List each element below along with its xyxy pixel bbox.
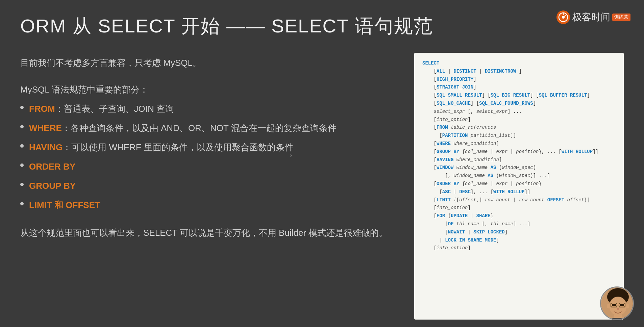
svg-point-9 bbox=[626, 304, 629, 308]
code-box: SELECT [ALL | DISTINCT | DISTINCTROW ] [… bbox=[414, 53, 624, 320]
svg-point-8 bbox=[607, 304, 610, 308]
svg-rect-16 bbox=[614, 315, 622, 320]
list-item: LIMIT 和 OFFSET bbox=[20, 199, 394, 212]
bullet-dot bbox=[20, 202, 24, 205]
code-line: [OF tbl_name [, tbl_name] ...] bbox=[422, 220, 616, 228]
bullet-keyword: FROM bbox=[29, 104, 55, 114]
bullet-text: WHERE：各种查询条件，以及由 AND、OR、NOT 混合在一起的复杂查询条件 bbox=[29, 122, 337, 135]
bullet-list: FROM：普通表、子查询、JOIN 查询 WHERE：各种查询条件，以及由 AN… bbox=[20, 102, 394, 212]
cursor-indicator: › bbox=[290, 152, 292, 159]
code-line: [SQL_SMALL_RESULT] [SQL_BIG_RESULT] [SQL… bbox=[422, 92, 616, 100]
avatar bbox=[600, 286, 634, 320]
code-line: [PARTITION partition_list]] bbox=[422, 132, 616, 140]
conclusion-text: 从这个规范里面也可以看出来，SELECT 可以说是千变万化，不用 Builder… bbox=[20, 225, 394, 240]
bullet-dot bbox=[20, 106, 24, 109]
bullet-dot bbox=[20, 144, 24, 148]
code-line: [FOR {UPDATE | SHARE} bbox=[422, 212, 616, 220]
title-area: ORM 从 SELECT 开始 —— SELECT 语句规范 bbox=[20, 14, 624, 39]
section-title: MySQL 语法规范中重要的部分： bbox=[20, 84, 394, 96]
list-item: ORDER BY bbox=[20, 160, 394, 173]
avatar-image bbox=[601, 287, 634, 320]
bullet-text: ORDER BY bbox=[29, 160, 75, 173]
code-select-keyword: SELECT bbox=[422, 59, 616, 68]
bullet-keyword: ORDER BY bbox=[29, 161, 75, 172]
code-line: [ALL | DISTINCT | DISTINCTROW ] bbox=[422, 68, 616, 76]
code-line: select_expr [, select_expr] ... bbox=[422, 108, 616, 116]
list-item: FROM：普通表、子查询、JOIN 查询 bbox=[20, 102, 394, 116]
list-item: HAVING：可以使用 WHERE 里面的条件，以及使用聚合函数的条件 bbox=[20, 141, 394, 154]
slide-container: ORM 从 SELECT 开始 —— SELECT 语句规范 极客时间 训练营 … bbox=[0, 0, 644, 327]
code-line: [STRAIGHT_JOIN] bbox=[422, 83, 616, 92]
code-line: [NOWAIT | SKIP LOCKED] bbox=[422, 228, 616, 236]
logo-badge: 训练营 bbox=[612, 14, 630, 21]
code-line: [WINDOW window_name AS (window_spec) bbox=[422, 164, 616, 172]
bullet-keyword: GROUP BY bbox=[29, 181, 76, 191]
code-line: [WHERE where_condition] bbox=[422, 140, 616, 148]
intro-text: 目前我们不考虑多方言兼容，只考虑 MySQL。 bbox=[20, 56, 394, 70]
right-content: SELECT [ALL | DISTINCT | DISTINCTROW ] [… bbox=[414, 53, 624, 309]
code-line: [ORDER BY {col_name | expr | position} bbox=[422, 180, 616, 188]
bullet-keyword: WHERE bbox=[29, 123, 62, 133]
logo-area: 极客时间 训练营 bbox=[556, 10, 630, 24]
bullet-text: GROUP BY bbox=[29, 179, 76, 193]
code-line: [HAVING where_condition] bbox=[422, 156, 616, 164]
svg-point-15 bbox=[617, 308, 619, 310]
code-line: [into_option] bbox=[422, 116, 616, 124]
svg-rect-10 bbox=[612, 304, 616, 306]
code-line: [GROUP BY {col_name | expr | position}, … bbox=[422, 148, 616, 156]
content-area: 目前我们不考虑多方言兼容，只考虑 MySQL。 MySQL 语法规范中重要的部分… bbox=[20, 53, 624, 309]
list-item: WHERE：各种查询条件，以及由 AND、OR、NOT 混合在一起的复杂查询条件 bbox=[20, 122, 394, 135]
bullet-text: FROM：普通表、子查询、JOIN 查询 bbox=[29, 102, 174, 116]
page-title: ORM 从 SELECT 开始 —— SELECT 语句规范 bbox=[20, 14, 433, 39]
bullet-dot bbox=[20, 125, 24, 128]
bullet-text: HAVING：可以使用 WHERE 里面的条件，以及使用聚合函数的条件 bbox=[29, 141, 293, 154]
bullet-text: LIMIT 和 OFFSET bbox=[29, 199, 100, 212]
geektime-logo-icon bbox=[556, 10, 570, 24]
svg-point-7 bbox=[609, 297, 627, 316]
code-line: [HIGH_PRIORITY] bbox=[422, 76, 616, 84]
logo-text: 极客时间 bbox=[572, 11, 610, 24]
bullet-dot bbox=[20, 183, 24, 186]
left-content: 目前我们不考虑多方言兼容，只考虑 MySQL。 MySQL 语法规范中重要的部分… bbox=[20, 53, 394, 309]
code-line: [into_option] bbox=[422, 204, 616, 212]
code-line: | LOCK IN SHARE MODE] bbox=[422, 236, 616, 245]
bullet-keyword: HAVING bbox=[29, 142, 63, 152]
code-line: [LIMIT {[offset,] row_count | row_count … bbox=[422, 196, 616, 204]
svg-rect-11 bbox=[620, 304, 624, 306]
code-line: [ASC | DESC], ... [WITH ROLLUP]] bbox=[422, 188, 616, 196]
code-line: [FROM table_references bbox=[422, 124, 616, 132]
bullet-dot bbox=[20, 164, 24, 167]
code-line: [into_option] bbox=[422, 244, 616, 252]
list-item: GROUP BY bbox=[20, 179, 394, 193]
bullet-keyword: LIMIT 和 OFFSET bbox=[29, 200, 100, 210]
code-line: [, window_name AS (window_spec)] ...] bbox=[422, 172, 616, 180]
code-line: [SQL_NO_CACHE] [SQL_CALC_FOUND_ROWS] bbox=[422, 100, 616, 108]
